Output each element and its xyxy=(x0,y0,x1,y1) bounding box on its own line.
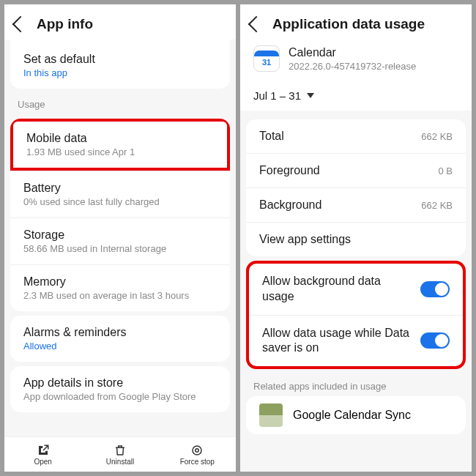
chevron-down-icon xyxy=(307,93,314,98)
mobile-data-row[interactable]: Mobile data 1.93 MB used since Apr 1 xyxy=(10,119,230,171)
action-bar: Open Uninstall Force stop xyxy=(4,436,236,472)
related-app-name: Google Calendar Sync xyxy=(293,409,411,422)
row-title: Alarms & reminders xyxy=(23,326,217,339)
row-sub: App downloaded from Google Play Store xyxy=(23,391,217,402)
stat-value: 0 B xyxy=(438,166,453,176)
svg-point-0 xyxy=(193,446,201,455)
set-as-default-row[interactable]: Set as default In this app xyxy=(10,42,230,89)
background-row: Background 662 KB xyxy=(246,187,466,222)
toggle-label: Allow background data usage xyxy=(262,274,412,305)
page-title: App info xyxy=(37,16,93,32)
usage-section-label: Usage xyxy=(4,89,236,114)
date-range-label: Jul 1 – 31 xyxy=(253,89,301,102)
total-row: Total 662 KB xyxy=(246,119,466,153)
app-header: 31 Calendar 2022.26.0-457419732-release xyxy=(240,40,472,82)
allow-background-data-row[interactable]: Allow background data usage xyxy=(249,264,463,315)
row-title: Battery xyxy=(23,182,217,195)
data-usage-panel: Application data usage 31 Calendar 2022.… xyxy=(240,4,472,472)
header: App info xyxy=(4,4,236,40)
date-range-selector[interactable]: Jul 1 – 31 xyxy=(240,82,472,111)
related-app-row[interactable]: Google Calendar Sync xyxy=(246,396,466,434)
calendar-icon: 31 xyxy=(253,45,280,72)
app-name: Calendar xyxy=(289,46,416,59)
battery-row[interactable]: Battery 0% used since last fully charged xyxy=(10,171,230,217)
back-icon[interactable] xyxy=(248,16,265,33)
toggle-switch[interactable] xyxy=(420,281,450,297)
force-stop-button[interactable]: Force stop xyxy=(159,437,236,472)
storage-row[interactable]: Storage 58.66 MB used in Internal storag… xyxy=(10,217,230,264)
sync-app-icon xyxy=(259,404,283,427)
row-sub: 58.66 MB used in Internal storage xyxy=(23,243,217,254)
view-app-settings-row[interactable]: View app settings xyxy=(246,222,466,256)
header: Application data usage xyxy=(240,4,472,40)
app-version: 2022.26.0-457419732-release xyxy=(289,61,416,72)
stat-label: Foreground xyxy=(259,164,320,177)
page-title: Application data usage xyxy=(272,16,425,32)
app-details-store-row[interactable]: App details in store App downloaded from… xyxy=(10,366,230,412)
row-title: View app settings xyxy=(259,233,351,246)
foreground-row: Foreground 0 B xyxy=(246,153,466,187)
stat-value: 662 KB xyxy=(421,131,453,142)
open-button[interactable]: Open xyxy=(4,437,81,472)
row-sub: 2.3 MB used on average in last 3 hours xyxy=(23,290,217,301)
trash-icon xyxy=(114,444,127,457)
row-sub: 1.93 MB used since Apr 1 xyxy=(26,146,214,157)
alarms-row[interactable]: Alarms & reminders Allowed xyxy=(10,316,230,362)
uninstall-button[interactable]: Uninstall xyxy=(81,437,158,472)
row-title: Set as default xyxy=(23,53,217,66)
memory-row[interactable]: Memory 2.3 MB used on average in last 3 … xyxy=(10,264,230,311)
open-icon xyxy=(37,444,50,457)
row-sub: Allowed xyxy=(23,341,217,352)
row-sub: In this app xyxy=(23,67,217,78)
back-icon[interactable] xyxy=(12,16,29,33)
btn-label: Uninstall xyxy=(106,458,134,466)
row-title: Mobile data xyxy=(26,132,214,145)
related-apps-label: Related apps included in usage xyxy=(240,373,472,396)
stat-label: Background xyxy=(259,198,321,212)
stat-value: 662 KB xyxy=(421,200,453,211)
btn-label: Open xyxy=(34,458,51,466)
row-title: App details in store xyxy=(23,376,217,390)
app-info-panel: App info Set as default In this app Usag… xyxy=(4,4,236,472)
svg-point-1 xyxy=(196,448,199,452)
stop-icon xyxy=(190,444,204,457)
row-sub: 0% used since last fully charged xyxy=(23,196,217,207)
allow-data-saver-row[interactable]: Allow data usage while Data saver is on xyxy=(249,315,463,367)
toggle-label: Allow data usage while Data saver is on xyxy=(262,326,412,357)
stat-label: Total xyxy=(259,130,284,143)
row-title: Storage xyxy=(23,228,217,242)
toggle-switch[interactable] xyxy=(420,332,450,349)
btn-label: Force stop xyxy=(180,458,215,466)
row-title: Memory xyxy=(23,275,217,289)
